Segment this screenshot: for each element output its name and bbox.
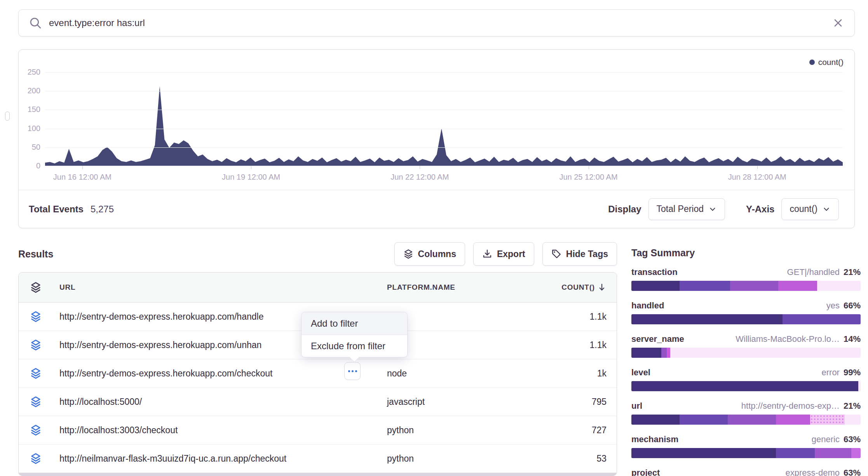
table-row[interactable]: http://neilmanvar-flask-m3uuizd7iq-uc.a.… — [19, 444, 617, 473]
tag-bar-segment — [845, 415, 861, 425]
chart-legend[interactable]: count() — [809, 58, 844, 67]
table-row[interactable]: http://localhost:3003/checkout python 72… — [19, 416, 617, 444]
table-row[interactable]: http://localhost:5000/ javascript 795 — [19, 388, 617, 416]
tag-bar-segment — [858, 381, 861, 391]
search-input[interactable] — [49, 18, 832, 28]
gridline — [45, 147, 843, 148]
tag-name[interactable]: handled — [631, 301, 664, 311]
cell-filter-menu: Add to filter Exclude from filter — [301, 312, 408, 357]
tag-top-value: generic — [812, 434, 840, 444]
tag-bar-segment — [631, 348, 661, 358]
tag-top-value: http://sentry-demos-exp… — [741, 401, 840, 411]
tag-distribution-bar[interactable] — [631, 415, 861, 425]
table-bottom-strip — [19, 473, 617, 476]
url-cell[interactable]: http://localhost:5000/ — [53, 397, 387, 407]
search-icon — [29, 16, 42, 30]
results-header-bar: Results Columns Export Hide Tags — [18, 242, 617, 266]
tag-summary-item: handled yes 66% — [631, 301, 861, 324]
legend-dot-icon — [809, 60, 815, 65]
url-cell[interactable]: http://neilmanvar-flask-m3uuizd7iq-uc.a.… — [53, 453, 387, 464]
tag-bar-segment — [631, 415, 680, 425]
download-icon — [482, 249, 492, 259]
gridline — [45, 91, 843, 91]
tag-top-value: Williams-MacBook-Pro.lo… — [736, 334, 840, 344]
tag-name[interactable]: server_name — [631, 334, 684, 344]
tag-distribution-bar[interactable] — [631, 281, 861, 291]
x-axis-tick-mark — [589, 166, 589, 169]
platform-cell[interactable]: python — [387, 453, 539, 464]
stack-icon — [30, 453, 42, 464]
menu-item-add-to-filter[interactable]: Add to filter — [302, 312, 407, 334]
tag-name[interactable]: url — [631, 401, 642, 411]
tag-bar-segment — [631, 448, 776, 458]
gridline — [45, 110, 843, 110]
platform-cell[interactable]: javascript — [387, 397, 539, 407]
columns-button[interactable]: Columns — [394, 242, 465, 266]
search-bar — [18, 9, 855, 37]
export-button[interactable]: Export — [473, 242, 534, 266]
tag-name[interactable]: project — [631, 468, 660, 476]
tag-summary-item: transaction GET|/handled 21% — [631, 267, 861, 291]
x-axis-tick-mark — [82, 166, 83, 169]
tag-distribution-bar[interactable] — [631, 314, 861, 324]
clear-search-icon[interactable] — [832, 17, 844, 29]
column-header-count[interactable]: COUNT() — [539, 283, 607, 292]
gridline — [45, 72, 843, 73]
tag-bar-segment — [730, 281, 778, 291]
sort-desc-icon — [597, 283, 607, 292]
tag-bar-segment — [778, 281, 817, 291]
y-axis-tick-label: 50 — [19, 143, 40, 152]
hide-tags-button[interactable]: Hide Tags — [542, 242, 617, 266]
tag-top-value: GET|/handled — [787, 267, 840, 277]
stack-icon — [30, 339, 42, 351]
tag-top-percent: 14% — [844, 334, 861, 344]
tag-top-percent: 99% — [844, 368, 861, 378]
url-cell[interactable]: http://localhost:3003/checkout — [53, 425, 387, 436]
table-header-row: URL PLATFORM.NAME COUNT() — [19, 273, 617, 303]
legend-label: count() — [818, 58, 844, 67]
platform-cell[interactable]: node — [387, 368, 539, 379]
count-cell: 1k — [539, 368, 607, 379]
tag-bar-segment — [670, 348, 861, 358]
columns-button-label: Columns — [418, 249, 456, 259]
x-axis-tick-mark — [420, 166, 420, 169]
tag-distribution-bar[interactable] — [631, 448, 861, 458]
platform-cell[interactable]: python — [387, 425, 539, 436]
discover-query-page: count() 250200150100500 Jun 16 12:00 AMJ… — [0, 0, 868, 476]
x-axis-tick-mark — [757, 166, 758, 169]
stack-icon — [403, 249, 413, 259]
events-chart-panel: count() 250200150100500 Jun 16 12:00 AMJ… — [18, 49, 855, 228]
tag-name[interactable]: transaction — [631, 267, 678, 277]
sidebar-collapse-handle[interactable] — [5, 112, 10, 121]
y-axis-tick-label: 200 — [19, 86, 40, 95]
tag-top-value: error — [822, 368, 840, 378]
x-axis-labels: Jun 16 12:00 AMJun 19 12:00 AMJun 22 12:… — [45, 173, 843, 184]
tag-name[interactable]: level — [631, 368, 650, 378]
column-header-url[interactable]: URL — [53, 283, 387, 292]
tag-bar-segment — [680, 415, 728, 425]
url-cell[interactable]: http://sentry-demos-express.herokuapp.co… — [53, 368, 387, 379]
tag-summary-panel: Tag Summary transaction GET|/handled 21%… — [631, 247, 861, 476]
table-row[interactable]: http://sentry-demos-express.herokuapp.co… — [19, 359, 617, 388]
x-axis-tick-label: Jun 25 12:00 AM — [559, 173, 617, 182]
export-button-label: Export — [497, 249, 525, 259]
tag-top-percent: 66% — [844, 301, 861, 311]
tag-summary-item: project express-demo 63% — [631, 468, 861, 476]
display-select[interactable]: Total Period — [648, 198, 725, 220]
tag-distribution-bar[interactable] — [631, 348, 861, 358]
tag-summary-item: level error 99% — [631, 368, 861, 391]
y-axis-select[interactable]: count() — [781, 198, 839, 220]
hide-tags-button-label: Hide Tags — [566, 249, 608, 259]
tag-name[interactable]: mechanism — [631, 434, 678, 444]
column-header-platform[interactable]: PLATFORM.NAME — [387, 283, 539, 292]
y-axis-label: Y-Axis — [746, 204, 774, 215]
tag-top-percent: 21% — [844, 267, 861, 277]
tag-summary-item: server_name Williams-MacBook-Pro.lo… 14% — [631, 334, 861, 358]
tag-bar-segment — [817, 281, 861, 291]
tag-bar-segment — [631, 314, 783, 324]
y-axis-tick-label: 250 — [19, 68, 40, 77]
tag-distribution-bar[interactable] — [631, 381, 861, 391]
tag-bar-segment — [815, 448, 851, 458]
cell-actions-button[interactable] — [344, 362, 361, 380]
tag-summary-item: url http://sentry-demos-exp… 21% — [631, 401, 861, 425]
